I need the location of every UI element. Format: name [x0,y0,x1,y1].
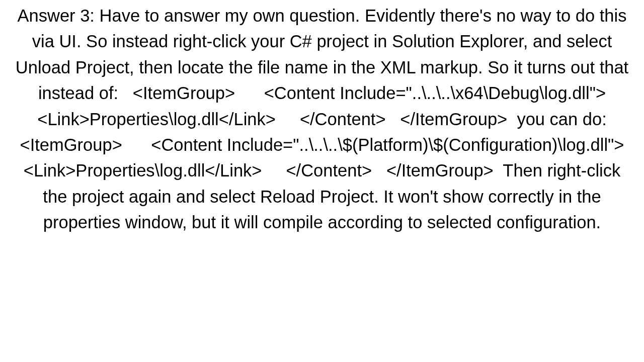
answer-body: Answer 3: Have to answer my own question… [0,0,644,362]
